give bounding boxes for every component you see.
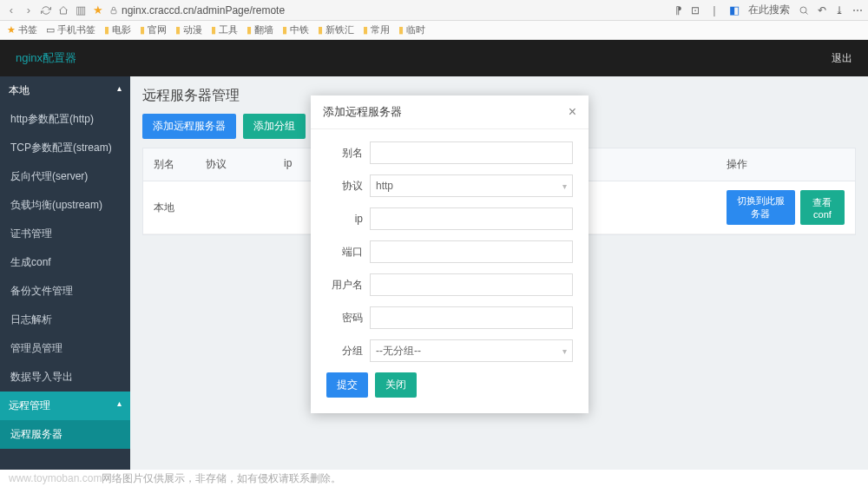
folder-icon: ▮	[211, 24, 216, 36]
alias-input[interactable]	[370, 141, 573, 164]
bookmark-item[interactable]: ▭手机书签	[46, 23, 95, 36]
th-op: 操作	[716, 148, 855, 181]
search-engine-icon[interactable]: ◧	[729, 3, 740, 16]
folder-icon: ▮	[140, 24, 145, 36]
star-icon: ★	[7, 24, 16, 36]
label-protocol: 协议	[326, 179, 370, 194]
translate-icon[interactable]: ⁋	[675, 4, 682, 16]
app-header: nginx配置器 退出	[0, 40, 868, 76]
chevron-down-icon: ▾	[562, 346, 567, 356]
label-group: 分组	[326, 344, 370, 359]
port-input[interactable]	[370, 240, 573, 263]
add-remote-modal: 添加远程服务器 × 别名 协议 http ▾ ip 端口 用户名 密码	[311, 95, 589, 413]
bookmark-item[interactable]: ▮中铁	[282, 23, 309, 36]
add-group-button[interactable]: 添加分组	[243, 114, 306, 139]
folder-icon: ▮	[175, 24, 181, 36]
sidebar-item-upstream[interactable]: 负载均衡(upstream)	[0, 191, 130, 220]
app-title: nginx配置器	[16, 50, 76, 66]
browser-right-tools: ⁋ ⊡ | ◧ 在此搜索 ↶ ⤓ ⋯	[675, 3, 863, 17]
label-password: 密码	[326, 311, 370, 326]
password-input[interactable]	[370, 306, 573, 329]
close-button[interactable]: 关闭	[375, 372, 417, 398]
url-bar[interactable]: nginx.craccd.cn/adminPage/remote	[109, 4, 670, 16]
bookmark-item[interactable]: ▮临时	[398, 23, 425, 36]
watermark: www.toymoban.com 网络图片仅供展示，非存储，如有侵权请联系删除。	[0, 470, 868, 487]
modal-title: 添加远程服务器	[323, 104, 402, 120]
switch-server-button[interactable]: 切换到此服务器	[727, 190, 795, 225]
folder-icon: ▮	[363, 24, 368, 36]
folder-icon: ▮	[318, 24, 323, 36]
sidebar-item-server[interactable]: 反向代理(server)	[0, 162, 130, 191]
folder-icon: ▮	[282, 24, 287, 36]
menu-icon[interactable]: ⋯	[852, 4, 863, 16]
submit-button[interactable]: 提交	[326, 372, 368, 398]
ip-input[interactable]	[370, 207, 573, 230]
search-divider: |	[708, 4, 720, 16]
svg-point-1	[800, 7, 806, 13]
close-icon[interactable]: ×	[569, 104, 576, 120]
username-input[interactable]	[370, 273, 573, 296]
watermark-host: www.toymoban.com	[9, 472, 102, 484]
modal-body: 别名 协议 http ▾ ip 端口 用户名 密码 分组	[311, 129, 589, 413]
sidebar-item-backup[interactable]: 备份文件管理	[0, 277, 130, 306]
th-protocol: 协议	[195, 148, 273, 181]
bookmark-item[interactable]: ▮新铁汇	[318, 23, 354, 36]
search-hint[interactable]: 在此搜索	[748, 3, 790, 17]
refresh-icon[interactable]	[40, 4, 52, 16]
folder-icon: ▮	[104, 24, 109, 36]
sidebar-item-tcp[interactable]: TCP参数配置(stream)	[0, 134, 130, 162]
bookmark-item[interactable]: ▮工具	[211, 23, 238, 36]
undo-icon[interactable]: ↶	[818, 4, 826, 16]
sidebar-item-remote-server[interactable]: 远程服务器	[0, 420, 130, 449]
browser-toolbar: ‹ › ▥ ★ nginx.craccd.cn/adminPage/remote…	[0, 0, 868, 21]
bookmark-root[interactable]: ★书签	[7, 23, 37, 36]
group-select[interactable]: --无分组-- ▾	[370, 339, 573, 362]
bookmark-item[interactable]: ▮电影	[104, 23, 131, 36]
cell-protocol	[195, 199, 273, 216]
chevron-down-icon: ▾	[562, 181, 567, 191]
folder-icon: ▮	[247, 24, 252, 36]
sidebar: 本地 ▴ http参数配置(http) TCP参数配置(stream) 反向代理…	[0, 76, 130, 470]
bookmark-item[interactable]: ▮常用	[363, 23, 390, 36]
lock-icon	[109, 6, 118, 15]
cell-alias: 本地	[143, 192, 195, 224]
sidebar-item-log[interactable]: 日志解析	[0, 306, 130, 334]
url-text: nginx.craccd.cn/adminPage/remote	[122, 4, 285, 16]
sidebar-item-genconf[interactable]: 生成conf	[0, 248, 130, 277]
sidebar-group-local[interactable]: 本地 ▴	[0, 76, 130, 105]
nav-back-icon[interactable]: ‹	[5, 4, 17, 16]
bookmark-item[interactable]: ▮官网	[140, 23, 167, 36]
favorite-star-icon[interactable]: ★	[92, 4, 104, 16]
view-conf-button[interactable]: 查看conf	[800, 190, 845, 225]
download-icon[interactable]: ⤓	[835, 4, 844, 16]
label-alias: 别名	[326, 146, 370, 161]
svg-rect-0	[111, 10, 116, 13]
search-icon[interactable]	[799, 5, 809, 16]
sidebar-group-remote[interactable]: 远程管理 ▴	[0, 392, 130, 420]
panel-icon[interactable]: ▥	[75, 4, 87, 16]
folder-icon: ▮	[398, 24, 404, 36]
th-alias: 别名	[143, 148, 195, 181]
sidebar-item-cert[interactable]: 证书管理	[0, 220, 130, 248]
logout-link[interactable]: 退出	[832, 51, 852, 66]
page-icon: ▭	[46, 24, 55, 36]
group-value: --无分组--	[376, 344, 421, 359]
protocol-select[interactable]: http ▾	[370, 174, 573, 197]
bookmark-item[interactable]: ▮动漫	[175, 23, 202, 36]
home-icon[interactable]	[57, 4, 69, 16]
bookmark-item[interactable]: ▮翻墙	[247, 23, 273, 36]
watermark-text: 网络图片仅供展示，非存储，如有侵权请联系删除。	[102, 471, 341, 486]
label-port: 端口	[326, 245, 370, 260]
sidebar-item-admin[interactable]: 管理员管理	[0, 334, 130, 363]
protocol-value: http	[376, 180, 393, 192]
reader-icon[interactable]: ⊡	[691, 4, 700, 16]
chevron-up-icon: ▴	[117, 83, 122, 93]
sidebar-item-http[interactable]: http参数配置(http)	[0, 105, 130, 134]
sidebar-item-data[interactable]: 数据导入导出	[0, 363, 130, 392]
nav-forward-icon[interactable]: ›	[23, 4, 35, 16]
bookmark-bar: ★书签 ▭手机书签 ▮电影 ▮官网 ▮动漫 ▮工具 ▮翻墙 ▮中铁 ▮新铁汇 ▮…	[0, 21, 868, 40]
cell-op: 切换到此服务器 查看conf	[716, 181, 855, 234]
add-remote-button[interactable]: 添加远程服务器	[142, 114, 236, 139]
chevron-up-icon: ▴	[117, 398, 122, 408]
label-user: 用户名	[326, 278, 370, 293]
